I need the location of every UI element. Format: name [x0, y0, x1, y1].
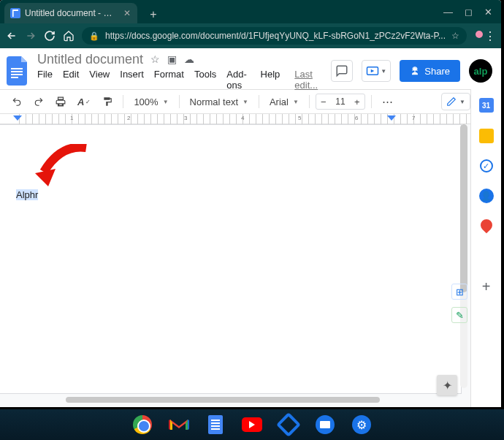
browser-tab[interactable]: Untitled document - Google Doc ✕	[4, 3, 137, 23]
menu-view[interactable]: View	[89, 69, 110, 91]
horizontal-scrollbar[interactable]	[66, 397, 380, 403]
close-tab-icon[interactable]: ✕	[123, 9, 131, 18]
last-edit-link[interactable]: Last edit...	[294, 69, 324, 91]
url-text: https://docs.google.com/document/d/1FUfj…	[105, 31, 446, 41]
font-size-plus[interactable]: +	[350, 94, 364, 110]
vertical-scrollbar[interactable]	[460, 124, 467, 388]
docs-logo-icon[interactable]	[6, 54, 30, 88]
bookmark-star-icon[interactable]: ☆	[451, 31, 459, 41]
menu-tools[interactable]: Tools	[194, 69, 216, 91]
side-panel: 31 ✓ 👤 +	[470, 89, 501, 407]
contacts-icon[interactable]: 👤	[479, 189, 494, 203]
font-dropdown[interactable]: Arial▼	[265, 94, 303, 110]
present-button[interactable]: ▼	[362, 60, 391, 82]
toolbar: A✓ 100%▼ Normal text▼ Arial▼ − 11 + ⋯ ▼	[0, 89, 501, 114]
print-button[interactable]	[51, 94, 70, 110]
menu-insert[interactable]: Insert	[120, 69, 144, 91]
share-button[interactable]: Share	[400, 60, 460, 82]
cloud-status-icon[interactable]: ☁	[184, 53, 194, 65]
add-addon-button[interactable]: +	[479, 279, 494, 294]
docs-favicon	[10, 8, 20, 18]
menu-file[interactable]: File	[37, 69, 53, 91]
tab-title: Untitled document - Google Doc	[25, 8, 118, 18]
paint-format-button[interactable]	[98, 94, 117, 110]
title-block: Untitled document ☆ ▣ ☁ File Edit View I…	[37, 52, 324, 91]
tasks-icon[interactable]: ✓	[480, 159, 493, 172]
margin-actions: ⊞ ✎	[451, 284, 467, 323]
suggest-edit-icon[interactable]: ✎	[451, 307, 467, 323]
close-window-button[interactable]: ✕	[484, 7, 492, 18]
menu-addons[interactable]: Add-ons	[226, 69, 250, 91]
new-tab-button[interactable]: +	[145, 6, 162, 23]
comment-history-button[interactable]	[331, 60, 353, 82]
svg-rect-0	[11, 68, 23, 69]
taskbar-gmail-icon[interactable]	[169, 414, 189, 435]
docs-header: Untitled document ☆ ▣ ☁ File Edit View I…	[0, 48, 501, 89]
taskbar-meet-icon[interactable]	[278, 414, 299, 435]
scroll-thumb[interactable]	[460, 124, 467, 292]
svg-marker-7	[387, 115, 396, 121]
tab-strip: Untitled document - Google Doc ✕ + — ◻ ✕	[0, 0, 501, 23]
svg-marker-8	[35, 169, 56, 186]
svg-rect-1	[11, 71, 23, 72]
menu-help[interactable]: Help	[261, 69, 280, 91]
undo-button[interactable]	[7, 94, 26, 110]
left-indent-marker[interactable]	[13, 115, 22, 123]
window-controls: — ◻ ✕	[443, 0, 501, 23]
star-icon[interactable]: ☆	[150, 53, 160, 65]
back-button[interactable]	[6, 29, 18, 42]
share-label: Share	[424, 66, 450, 77]
taskbar-chrome-icon[interactable]	[132, 414, 153, 435]
workspace: 1 2 3 4 5 6 7 Alphr ✦ ⊞ ✎	[0, 114, 470, 407]
home-button[interactable]	[63, 29, 75, 42]
calendar-icon[interactable]: 31	[479, 98, 494, 113]
taskbar-files-icon[interactable]	[315, 414, 335, 435]
redo-button[interactable]	[29, 94, 48, 110]
keep-icon[interactable]	[479, 129, 494, 143]
font-size-control: − 11 +	[316, 94, 365, 110]
move-icon[interactable]: ▣	[167, 53, 177, 65]
more-tools-button[interactable]: ⋯	[378, 95, 397, 108]
menu-edit[interactable]: Edit	[63, 69, 79, 91]
address-bar: 🔒 https://docs.google.com/document/d/1FU…	[0, 23, 501, 48]
maps-icon[interactable]	[481, 219, 492, 234]
svg-rect-3	[11, 77, 18, 78]
editing-mode-dropdown[interactable]: ▼	[441, 93, 470, 110]
document-page[interactable]: Alphr	[0, 124, 462, 394]
selected-text: Alphr	[16, 189, 38, 200]
menu-format[interactable]: Format	[154, 69, 184, 91]
minimize-button[interactable]: —	[443, 7, 453, 18]
account-avatar[interactable]: alp	[469, 59, 492, 83]
forward-button[interactable]	[25, 29, 37, 42]
document-text[interactable]: Alphr	[16, 189, 38, 200]
style-dropdown[interactable]: Normal text▼	[186, 94, 253, 110]
svg-rect-2	[11, 74, 23, 75]
taskbar: ⚙	[0, 409, 504, 440]
zoom-dropdown[interactable]: 100%▼	[129, 94, 172, 110]
browser-menu-button[interactable]: ⋮	[481, 29, 499, 43]
explore-button[interactable]: ✦	[437, 375, 457, 395]
reload-button[interactable]	[44, 29, 56, 42]
right-indent-marker[interactable]	[387, 115, 396, 123]
add-comment-icon[interactable]: ⊞	[451, 284, 467, 300]
browser-window: Untitled document - Google Doc ✕ + — ◻ ✕…	[0, 0, 501, 407]
menu-bar: File Edit View Insert Format Tools Add-o…	[37, 69, 324, 91]
spellcheck-button[interactable]: A✓	[73, 94, 95, 110]
url-field[interactable]: 🔒 https://docs.google.com/document/d/1FU…	[82, 27, 467, 45]
font-size-minus[interactable]: −	[316, 94, 331, 110]
taskbar-docs-icon[interactable]	[205, 414, 226, 435]
svg-marker-6	[13, 115, 22, 121]
maximize-button[interactable]: ◻	[465, 7, 473, 18]
annotation-arrow-icon	[35, 144, 93, 188]
svg-point-5	[414, 67, 417, 70]
font-size-value[interactable]: 11	[331, 96, 350, 107]
ruler[interactable]: 1 2 3 4 5 6 7	[0, 114, 470, 124]
taskbar-youtube-icon[interactable]	[242, 414, 262, 435]
lock-icon: 🔒	[89, 31, 99, 41]
taskbar-settings-icon[interactable]: ⚙	[351, 414, 372, 435]
document-title[interactable]: Untitled document	[37, 52, 143, 67]
